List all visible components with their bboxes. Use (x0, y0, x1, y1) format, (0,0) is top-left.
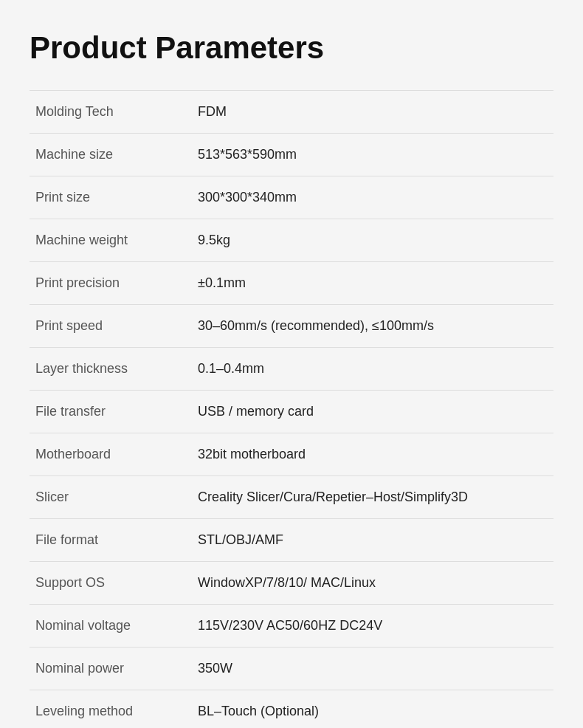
table-row: Molding TechFDM (30, 91, 553, 134)
param-label: Print precision (30, 262, 192, 305)
table-row: Leveling methodBL–Touch (Optional) (30, 690, 553, 728)
param-value: 30–60mm/s (recommended), ≤100mm/s (192, 305, 553, 348)
param-label: File transfer (30, 391, 192, 433)
param-label: Machine size (30, 134, 192, 176)
table-row: File formatSTL/OBJ/AMF (30, 519, 553, 562)
param-label: File format (30, 519, 192, 562)
table-row: Print speed30–60mm/s (recommended), ≤100… (30, 305, 553, 348)
table-row: Motherboard32bit motherboard (30, 433, 553, 476)
table-row: Machine weight9.5kg (30, 219, 553, 262)
param-value: Creality Slicer/Cura/Repetier–Host/Simpl… (192, 476, 553, 519)
table-row: SlicerCreality Slicer/Cura/Repetier–Host… (30, 476, 553, 519)
param-label: Print size (30, 176, 192, 219)
table-row: Machine size513*563*590mm (30, 134, 553, 176)
param-value: 32bit motherboard (192, 433, 553, 476)
product-parameters-table: Molding TechFDMMachine size513*563*590mm… (30, 90, 553, 728)
table-row: Layer thickness0.1–0.4mm (30, 348, 553, 391)
param-label: Nominal voltage (30, 605, 192, 648)
param-value: 9.5kg (192, 219, 553, 262)
table-row: Nominal voltage115V/230V AC50/60HZ DC24V (30, 605, 553, 648)
param-value: 513*563*590mm (192, 134, 553, 176)
param-value: ±0.1mm (192, 262, 553, 305)
param-value: 350W (192, 648, 553, 690)
param-label: Nominal power (30, 648, 192, 690)
param-label: Slicer (30, 476, 192, 519)
param-label: Print speed (30, 305, 192, 348)
param-label: Machine weight (30, 219, 192, 262)
param-label: Molding Tech (30, 91, 192, 134)
param-value: 0.1–0.4mm (192, 348, 553, 391)
page-title: Product Parameters (30, 30, 553, 66)
table-row: Print size300*300*340mm (30, 176, 553, 219)
table-row: Nominal power350W (30, 648, 553, 690)
param-value: WindowXP/7/8/10/ MAC/Linux (192, 562, 553, 605)
table-row: File transferUSB / memory card (30, 391, 553, 433)
table-row: Print precision±0.1mm (30, 262, 553, 305)
param-value: BL–Touch (Optional) (192, 690, 553, 728)
param-label: Support OS (30, 562, 192, 605)
param-label: Motherboard (30, 433, 192, 476)
table-row: Support OSWindowXP/7/8/10/ MAC/Linux (30, 562, 553, 605)
param-value: USB / memory card (192, 391, 553, 433)
param-value: 115V/230V AC50/60HZ DC24V (192, 605, 553, 648)
param-value: 300*300*340mm (192, 176, 553, 219)
param-value: STL/OBJ/AMF (192, 519, 553, 562)
param-label: Layer thickness (30, 348, 192, 391)
param-label: Leveling method (30, 690, 192, 728)
param-value: FDM (192, 91, 553, 134)
